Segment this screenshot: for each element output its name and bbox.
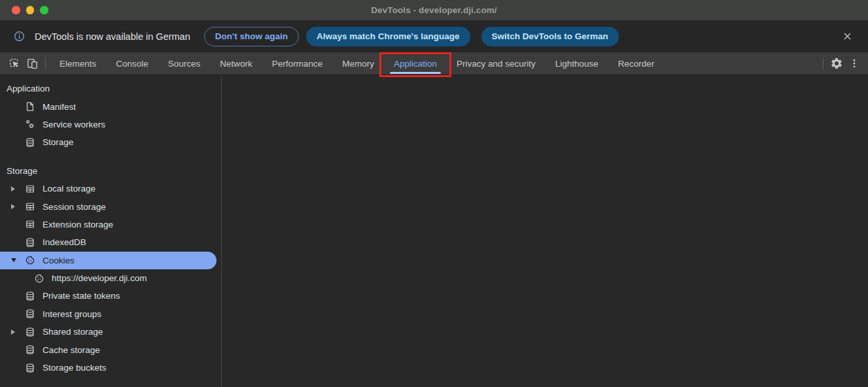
sidebar-item-label: Shared storage — [43, 327, 103, 337]
application-panel-content — [222, 75, 868, 387]
window-title: DevTools - developer.dji.com/ — [371, 5, 496, 15]
sidebar-item-label: Local storage — [43, 184, 95, 194]
sidebar-item-label: Cache storage — [43, 345, 100, 355]
sidebar-item-private-state-tokens[interactable]: Private state tokens — [0, 287, 221, 305]
tab-label: Performance — [272, 59, 322, 69]
database-icon — [25, 327, 35, 337]
database-icon — [25, 345, 35, 355]
sidebar-item-storage-buckets[interactable]: Storage buckets — [0, 359, 221, 377]
sidebar-section-header-application: Application — [0, 80, 221, 97]
database-icon — [25, 291, 35, 301]
cookie-icon — [25, 255, 35, 265]
database-icon — [25, 309, 35, 319]
titlebar: DevTools - developer.dji.com/ — [0, 0, 868, 20]
tab-label: Recorder — [618, 59, 655, 69]
chevron-right-icon[interactable] — [11, 186, 15, 192]
tab-label: Lighthouse — [555, 59, 599, 69]
sidebar-section-header-storage: Storage — [0, 162, 221, 180]
sidebar-item-label: Storage buckets — [43, 363, 107, 373]
sidebar-item-label: Interest groups — [43, 309, 101, 319]
document-icon — [25, 101, 35, 112]
devtools-toolbar: ElementsConsoleSourcesNetworkPerformance… — [0, 52, 868, 75]
sidebar-item-label: Private state tokens — [43, 291, 120, 301]
sidebar-item-cache-storage[interactable]: Cache storage — [0, 341, 221, 358]
table-icon — [25, 184, 35, 194]
traffic-lights — [12, 0, 48, 20]
always-match-chrome-s-language-button[interactable]: Always match Chrome's language — [306, 27, 470, 46]
tab-elements[interactable]: Elements — [50, 52, 106, 75]
device-toolbar-icon[interactable] — [24, 55, 41, 73]
sidebar-item-manifest[interactable]: Manifest — [0, 97, 221, 115]
sidebar-item-indexeddb[interactable]: IndexedDB — [0, 233, 221, 251]
sidebar-section-storage: Storage Local storage Session storage Ex… — [0, 162, 221, 377]
tab-lighthouse[interactable]: Lighthouse — [546, 52, 608, 75]
sidebar-item-label: Extension storage — [43, 220, 113, 229]
sidebar-section-application: Application Manifest Service workers Sto… — [0, 80, 221, 152]
info-icon — [14, 31, 25, 42]
sidebar-item-label: Manifest — [43, 102, 76, 112]
tab-label: Memory — [342, 59, 374, 69]
tab-memory[interactable]: Memory — [332, 52, 384, 75]
tab-label: Console — [116, 59, 148, 69]
sidebar-item-label: Cookies — [43, 256, 75, 265]
disclosure-twisty — [11, 329, 25, 335]
table-icon — [25, 201, 35, 212]
don-t-show-again-button[interactable]: Don't show again — [204, 27, 299, 46]
sidebar-item-shared-storage[interactable]: Shared storage — [0, 323, 221, 341]
minimize-button[interactable] — [26, 6, 35, 14]
settings-icon[interactable] — [827, 55, 845, 73]
tab-label: Privacy and security — [457, 59, 536, 69]
application-sidebar: Application Manifest Service workers Sto… — [0, 75, 222, 387]
tab-application[interactable]: Application — [384, 52, 447, 75]
sidebar-item-label: Session storage — [43, 202, 106, 212]
sidebar-item-cookies[interactable]: Cookies — [0, 252, 217, 269]
table-icon — [25, 219, 35, 229]
sidebar-item-interest-groups[interactable]: Interest groups — [0, 305, 221, 323]
tab-network[interactable]: Network — [210, 52, 262, 75]
infobar-message: DevTools is now available in German — [35, 31, 190, 42]
infobar: DevTools is now available in German Don'… — [0, 20, 868, 52]
sidebar-item-storage[interactable]: Storage — [0, 133, 221, 151]
more-options-icon[interactable] — [845, 55, 863, 73]
database-icon — [25, 363, 35, 373]
inspect-icon[interactable] — [6, 55, 24, 73]
chevron-down-icon[interactable] — [11, 258, 16, 262]
switch-devtools-to-german-button[interactable]: Switch DevTools to German — [481, 27, 619, 46]
sidebar-item-label: Storage — [43, 137, 73, 147]
sidebar-item-session-storage[interactable]: Session storage — [0, 197, 221, 215]
close-button[interactable] — [12, 6, 20, 14]
toolbar-divider — [45, 58, 46, 69]
infobar-close-icon[interactable] — [841, 31, 853, 42]
chevron-right-icon[interactable] — [11, 204, 15, 209]
sidebar-item-https-developer-dji-com[interactable]: https://developer.dji.com — [0, 269, 221, 287]
tab-sources[interactable]: Sources — [158, 52, 211, 75]
sidebar-item-label: Service workers — [43, 120, 105, 129]
panel-tabs: ElementsConsoleSourcesNetworkPerformance… — [50, 52, 664, 75]
chevron-right-icon[interactable] — [11, 329, 15, 335]
toolbar-divider — [823, 58, 824, 69]
devtools-window: DevTools - developer.dji.com/ DevTools i… — [0, 0, 868, 387]
disclosure-twisty — [11, 258, 25, 262]
cookie-icon — [34, 273, 44, 284]
zoom-button[interactable] — [40, 6, 48, 14]
tab-label: Sources — [168, 59, 201, 69]
tab-recorder[interactable]: Recorder — [608, 52, 665, 75]
sidebar-item-service-workers[interactable]: Service workers — [0, 116, 221, 133]
sidebar-item-label: IndexedDB — [43, 237, 86, 247]
tab-label: Elements — [60, 59, 96, 69]
gears-icon — [25, 119, 35, 129]
database-icon — [25, 237, 35, 248]
sidebar-item-local-storage[interactable]: Local storage — [0, 180, 221, 197]
disclosure-twisty — [11, 186, 25, 192]
disclosure-twisty — [11, 204, 25, 209]
tab-console[interactable]: Console — [106, 52, 158, 75]
sidebar-item-extension-storage[interactable]: Extension storage — [0, 216, 221, 233]
tab-privacy-and-security[interactable]: Privacy and security — [447, 52, 546, 75]
tab-performance[interactable]: Performance — [262, 52, 332, 75]
database-icon — [25, 137, 35, 148]
tab-label: Application — [394, 59, 437, 69]
devtools-content: Application Manifest Service workers Sto… — [0, 75, 868, 387]
sidebar-item-label: https://developer.dji.com — [52, 273, 147, 283]
tab-label: Network — [220, 59, 252, 69]
